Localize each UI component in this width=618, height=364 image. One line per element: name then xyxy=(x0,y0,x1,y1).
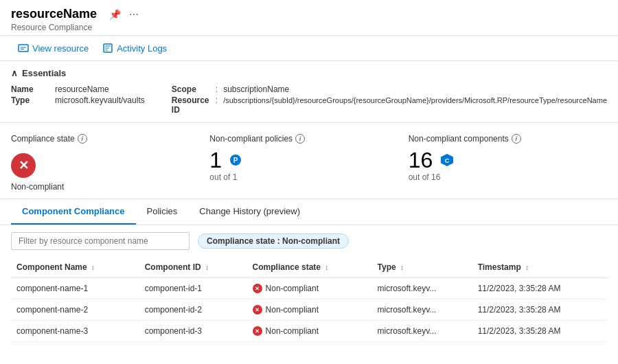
row-compliance-state-text: Non-compliant xyxy=(266,326,319,336)
compliance-state-info-icon[interactable]: i xyxy=(78,134,87,144)
components-number: 16 xyxy=(409,149,433,171)
component-table: Component Name ↕ Component ID ↕ Complian… xyxy=(11,257,607,342)
policies-title: Non-compliant policies xyxy=(209,134,293,144)
non-compliant-policies-card: Non-compliant policies i 1 P out of 1 xyxy=(209,134,408,192)
activity-logs-icon xyxy=(102,43,113,54)
compliance-state-value: Non-compliant xyxy=(11,182,182,192)
tag-prefix: Compliance state : xyxy=(207,236,282,246)
col-component-name[interactable]: Component Name ↕ xyxy=(11,257,139,278)
type-value: microsoft.keyvault/vaults xyxy=(55,95,145,105)
table-container: Component Name ↕ Component ID ↕ Complian… xyxy=(0,257,618,342)
svg-text:P: P xyxy=(233,157,238,164)
compliance-state-tag[interactable]: Compliance state : Non-compliant xyxy=(198,234,349,249)
row-non-compliant-icon xyxy=(253,305,262,315)
sort-icon-timestamp: ↕ xyxy=(525,264,529,271)
activity-logs-label: Activity Logs xyxy=(117,43,167,54)
table-header-row: Component Name ↕ Component ID ↕ Complian… xyxy=(11,257,607,278)
cell-component-name: component-name-3 xyxy=(11,321,139,342)
sort-icon-compliance-state: ↕ xyxy=(325,264,328,271)
sort-icon-component-name: ↕ xyxy=(91,264,95,271)
type-label: Type xyxy=(11,95,52,105)
filter-input[interactable] xyxy=(11,232,190,250)
row-non-compliant-icon xyxy=(253,326,262,336)
tab-component-compliance[interactable]: Component Compliance xyxy=(11,199,136,225)
compliance-cards: Compliance state i Non-compliant Non-com… xyxy=(0,123,618,199)
filter-row: Compliance state : Non-compliant xyxy=(0,225,618,257)
view-resource-button[interactable]: View resource xyxy=(11,40,95,56)
sort-icon-type: ↕ xyxy=(400,264,404,271)
tabs-nav: Component Compliance Policies Change His… xyxy=(0,199,618,225)
toolbar: View resource Activity Logs xyxy=(0,36,618,61)
page-subtitle: Resource Compliance xyxy=(11,23,607,32)
policies-subtext: out of 1 xyxy=(209,172,380,182)
col-timestamp[interactable]: Timestamp ↕ xyxy=(472,257,607,278)
tab-policies[interactable]: Policies xyxy=(136,199,189,225)
cell-component-id: component-id-2 xyxy=(139,299,247,321)
policies-info-icon[interactable]: i xyxy=(295,134,305,144)
components-subtext: out of 16 xyxy=(409,172,580,182)
pin-button[interactable]: 📌 xyxy=(108,8,122,21)
cell-compliance-state: Non-compliant xyxy=(247,299,372,321)
policies-number: 1 xyxy=(209,149,222,171)
resource-id-value: /subscriptions/{subId}/resourceGroups/{r… xyxy=(223,96,607,104)
page-title: resourceName xyxy=(11,7,97,21)
non-compliant-components-card: Non-compliant components i 16 C out of 1… xyxy=(409,134,607,192)
cell-type: microsoft.keyv... xyxy=(372,278,472,299)
tab-change-history[interactable]: Change History (preview) xyxy=(188,199,311,225)
compliance-state-card: Compliance state i Non-compliant xyxy=(11,134,209,192)
non-compliant-icon xyxy=(11,153,36,178)
col-component-id[interactable]: Component ID ↕ xyxy=(139,257,247,278)
cell-type: microsoft.keyv... xyxy=(372,299,472,321)
components-icon: C xyxy=(439,152,455,168)
cell-type: microsoft.keyv... xyxy=(372,321,472,342)
cell-component-id: component-id-3 xyxy=(139,321,247,342)
cell-compliance-state: Non-compliant xyxy=(247,321,372,342)
svg-rect-0 xyxy=(19,45,28,52)
policies-icon: P xyxy=(229,153,242,167)
activity-logs-button[interactable]: Activity Logs xyxy=(95,40,174,56)
view-resource-label: View resource xyxy=(32,43,89,54)
cell-component-name: component-name-2 xyxy=(11,299,139,321)
pin-icon: 📌 xyxy=(109,9,121,20)
cell-timestamp: 11/2/2023, 3:35:28 AM xyxy=(472,321,607,342)
page-header: resourceName 📌 ⋯ Resource Compliance xyxy=(0,0,618,36)
more-button[interactable]: ⋯ xyxy=(128,8,140,21)
col-type[interactable]: Type ↕ xyxy=(372,257,472,278)
scope-label: Scope xyxy=(172,84,213,94)
view-resource-icon xyxy=(18,43,29,54)
tag-value: Non-compliant xyxy=(282,236,340,246)
col-compliance-state[interactable]: Compliance state ↕ xyxy=(247,257,372,278)
name-value: resourceName xyxy=(55,84,109,94)
cell-timestamp: 11/2/2023, 3:35:28 AM xyxy=(472,278,607,299)
more-icon: ⋯ xyxy=(129,9,139,20)
row-compliance-state-text: Non-compliant xyxy=(266,284,319,293)
cell-component-id: component-id-1 xyxy=(139,278,247,299)
table-row[interactable]: component-name-3 component-id-3 Non-comp… xyxy=(11,321,607,342)
essentials-toggle[interactable]: ∧ Essentials xyxy=(11,68,607,78)
table-row[interactable]: component-name-1 component-id-1 Non-comp… xyxy=(11,278,607,299)
essentials-section: ∧ Essentials Name resourceName Type micr… xyxy=(0,61,618,123)
name-label: Name xyxy=(11,84,52,94)
cell-component-name: component-name-1 xyxy=(11,278,139,299)
components-info-icon[interactable]: i xyxy=(512,134,521,144)
sort-icon-component-id: ↕ xyxy=(205,264,209,271)
row-non-compliant-icon xyxy=(253,284,262,293)
compliance-state-title: Compliance state xyxy=(11,134,75,144)
resource-id-label: Resource ID xyxy=(172,95,213,115)
table-row[interactable]: component-name-2 component-id-2 Non-comp… xyxy=(11,299,607,321)
components-title: Non-compliant components xyxy=(409,134,509,144)
cell-compliance-state: Non-compliant xyxy=(247,278,372,299)
cell-timestamp: 11/2/2023, 3:35:28 AM xyxy=(472,299,607,321)
svg-text:C: C xyxy=(445,157,450,164)
row-compliance-state-text: Non-compliant xyxy=(266,305,319,315)
essentials-label: Essentials xyxy=(22,68,66,78)
scope-value: subscriptionName xyxy=(223,84,289,94)
chevron-up-icon: ∧ xyxy=(11,68,18,78)
